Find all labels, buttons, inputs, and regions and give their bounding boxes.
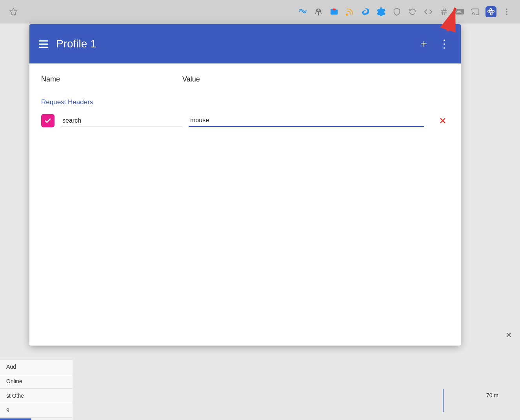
svg-text:XML: XML [456,10,462,14]
panel-title: Profile 1 [56,38,409,50]
hash-icon[interactable] [438,6,449,17]
columns-header: Name Value [41,71,449,91]
header-actions: + ⋮ [417,37,451,51]
refresh-icon[interactable] [407,6,418,17]
hamburger-menu-icon[interactable] [39,40,48,48]
svg-line-9 [442,9,443,15]
bottom-close-button[interactable]: ✕ [505,330,512,340]
wave-icon[interactable] [297,6,308,17]
code-icon[interactable] [423,6,434,17]
value-input[interactable] [189,114,424,127]
popup-panel: Profile 1 + ⋮ Name Value Request Headers [29,24,461,346]
svg-line-10 [445,9,445,15]
shield-gray-icon[interactable] [391,6,402,17]
more-options-button[interactable]: ⋮ [437,37,451,51]
name-input[interactable] [61,115,182,127]
edge-icon[interactable] [360,6,371,17]
panel-content: Name Value Request Headers [29,63,461,346]
column-name-header: Name [41,75,182,83]
browser-toolbar: XML [0,0,520,24]
folder-red-icon[interactable] [329,6,340,17]
bottom-item-aud[interactable]: Aud [0,360,73,374]
panel-header: Profile 1 + ⋮ [29,24,461,63]
bottom-value-right: 70 m [486,392,498,398]
delete-row-button[interactable] [436,114,449,127]
svg-line-4 [320,9,322,14]
timeline-marker [443,389,444,412]
cmd-icon[interactable] [485,6,496,17]
star-icon[interactable] [8,6,19,17]
xml-badge-icon[interactable]: XML [454,6,465,17]
svg-point-17 [506,14,507,15]
svg-marker-0 [10,8,17,15]
bottom-item-num[interactable]: 9 [0,403,73,418]
column-value-header: Value [182,75,200,83]
svg-line-3 [316,9,317,14]
progress-bar [0,418,31,420]
svg-rect-5 [333,9,335,11]
slingshot-icon[interactable] [313,6,324,17]
svg-point-6 [346,14,348,16]
bottom-item-online[interactable]: Online [0,374,73,389]
request-headers-section[interactable]: Request Headers [41,91,449,111]
svg-point-15 [506,9,507,10]
svg-point-16 [506,11,507,13]
svg-rect-14 [490,11,492,13]
bottom-panel-left: Aud Online st Othe 9 [0,359,73,420]
bottom-item-other[interactable]: st Othe [0,389,73,403]
gear-blue-icon[interactable] [376,6,387,17]
row-checkbox[interactable] [41,114,55,127]
more-toolbar-icon[interactable] [501,6,512,17]
rss-icon[interactable] [344,6,355,17]
add-button[interactable]: + [417,37,431,51]
cast-icon[interactable] [470,6,481,17]
header-row [41,111,449,130]
svg-point-1 [317,9,320,12]
